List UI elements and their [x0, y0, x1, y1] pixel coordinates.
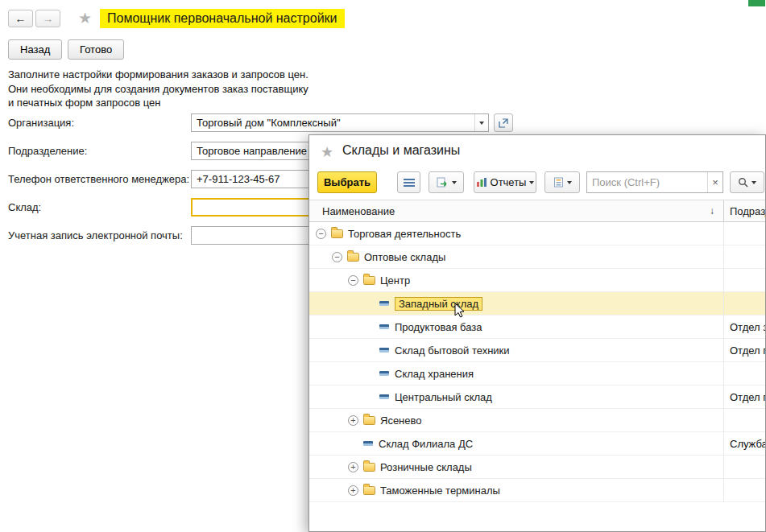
tree-indent [316, 397, 364, 398]
collapse-icon[interactable]: − [348, 275, 358, 286]
tree-row[interactable]: +Розничные склады [309, 456, 765, 479]
chevron-down-icon [479, 122, 484, 125]
folder-icon [363, 276, 375, 285]
chevron-down-icon [529, 181, 534, 184]
nav-forward-button[interactable]: → [35, 10, 60, 27]
print-button[interactable] [544, 171, 580, 193]
tree-row[interactable]: +Ясенево [309, 409, 765, 432]
tree-node-label: Склад Филиала ДС [379, 438, 473, 450]
back-arrow-icon: ← [15, 12, 27, 25]
document-icon [553, 177, 564, 188]
open-icon [499, 118, 508, 128]
favorite-star-icon[interactable]: ★ [321, 143, 333, 161]
phone-label: Телефон ответственного менеджера: [8, 173, 189, 185]
division-cell: Отдел п [730, 386, 766, 408]
intro-line: и печатных форм запросов цен [8, 96, 308, 110]
nav-back-button[interactable]: ← [8, 10, 33, 27]
search-options-button[interactable] [730, 171, 764, 193]
tree-node-label: Торговая деятельность [348, 228, 461, 240]
tree-row[interactable]: −Центр [309, 269, 765, 292]
tree-indent [316, 490, 348, 491]
warehouse-item-icon [379, 324, 389, 329]
search-clear-button[interactable]: × [707, 172, 723, 192]
table-header[interactable]: Наименование ↓ Подразделение [309, 200, 765, 222]
tree-indent [316, 350, 364, 351]
tree-row[interactable]: +Таможенные терминалы [309, 479, 765, 502]
reports-label: Отчеты [491, 176, 527, 188]
warehouse-item-icon [363, 441, 373, 446]
expand-icon[interactable]: + [348, 485, 358, 496]
warehouse-picker-window: ★ Склады и магазины Выбрать Отчеты [308, 134, 766, 532]
tree-row[interactable]: Продуктовая базаОтдел з [309, 315, 765, 339]
tree-node-label: Розничные склады [380, 461, 472, 473]
tree-rows: −Торговая деятельность−Оптовые склады−Це… [309, 222, 765, 502]
forward-arrow-icon: → [43, 12, 54, 25]
chevron-down-icon [452, 181, 457, 184]
favorite-star-icon[interactable]: ★ [78, 9, 92, 27]
tree-node-label: Центральный склад [395, 391, 492, 403]
collapse-icon[interactable]: − [316, 229, 326, 239]
column-name[interactable]: Наименование [322, 205, 395, 217]
tree-row[interactable]: −Торговая деятельность [309, 222, 765, 245]
tree-row[interactable]: Склад бытовой техникиОтдел п [309, 339, 765, 362]
organization-input[interactable] [192, 114, 474, 131]
expand-icon[interactable]: + [348, 462, 358, 472]
division-cell: Отдел з [730, 315, 766, 338]
tree-indent [316, 420, 348, 421]
tree-row[interactable]: −Оптовые склады [309, 245, 765, 269]
folder-icon [363, 416, 375, 425]
tree-indent [316, 373, 364, 374]
tree-node-label: Таможенные терминалы [380, 485, 500, 497]
tree-node-label: Склад хранения [395, 368, 474, 380]
page-title: Помощник первоначальной настройки [100, 9, 345, 28]
list-view-button[interactable] [397, 171, 420, 193]
tree-indent [316, 257, 332, 258]
division-cell: Служба [730, 432, 766, 455]
create-group-icon [437, 177, 449, 188]
intro-text: Заполните настройки формирования заказов… [8, 68, 308, 110]
done-button[interactable]: Готово [68, 39, 124, 60]
chevron-down-icon [567, 181, 572, 184]
tree-row[interactable]: Центральный складОтдел п [309, 386, 765, 409]
select-button[interactable]: Выбрать [317, 171, 377, 193]
reports-button[interactable]: Отчеты [474, 171, 536, 193]
intro-line: Заполните настройки формирования заказов… [8, 68, 308, 82]
organization-label: Организация: [8, 117, 74, 129]
report-icon [476, 177, 487, 188]
create-group-button[interactable] [429, 171, 464, 193]
tree-indent [316, 327, 364, 328]
folder-icon [347, 253, 359, 262]
tree-node-label: Западный склад [395, 297, 482, 311]
search-input[interactable] [587, 172, 707, 192]
tree-indent [316, 280, 348, 281]
tree-indent [316, 303, 364, 304]
warehouse-item-icon [379, 371, 389, 376]
tree-node-label: Оптовые склады [364, 251, 445, 263]
warehouse-item-icon [379, 301, 389, 306]
spreadsheet-icon-fragment [748, 0, 765, 6]
tree-row[interactable]: Западный склад [309, 292, 765, 315]
department-label: Подразделение: [8, 145, 87, 157]
organization-open-button[interactable] [494, 113, 513, 132]
sort-descending-icon: ↓ [710, 205, 714, 217]
column-separator[interactable] [723, 200, 724, 221]
tree-row[interactable]: Склад хранения [309, 362, 765, 386]
warehouse-item-icon [379, 348, 389, 353]
warehouse-item-icon [379, 394, 389, 399]
search-box: × [586, 171, 723, 193]
tree-indent [316, 467, 348, 468]
tree-node-label: Ясенево [380, 414, 422, 427]
expand-icon[interactable]: + [348, 415, 358, 426]
search-icon [738, 177, 748, 188]
intro-line: Они необходимы для создания документов з… [8, 82, 308, 97]
folder-icon [331, 229, 343, 238]
chevron-down-icon [752, 181, 756, 184]
tree-node-label: Центр [380, 274, 410, 287]
warehouse-label: Склад: [8, 201, 41, 213]
column-division[interactable]: Подразделение [730, 205, 766, 217]
back-button[interactable]: Назад [8, 39, 62, 60]
tree-row[interactable]: Склад Филиала ДССлужба [309, 432, 765, 456]
organization-dropdown-button[interactable] [474, 114, 488, 131]
division-cell: Отдел п [730, 339, 766, 361]
collapse-icon[interactable]: − [332, 252, 342, 262]
